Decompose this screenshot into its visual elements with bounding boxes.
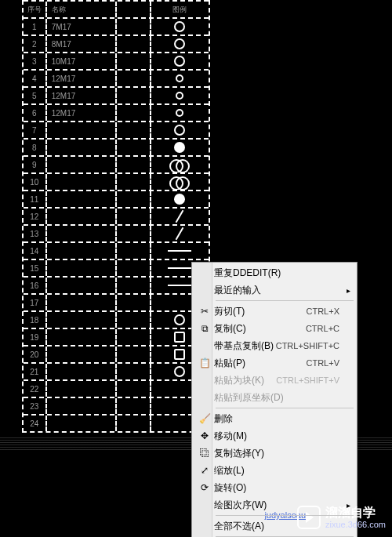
menu-delete[interactable]: 🧹 删除 (194, 410, 355, 427)
legend-symbol-icon (173, 227, 186, 240)
legend-symbol-icon (174, 56, 185, 67)
table-row: 7 (24, 121, 209, 138)
table-row: 28M17 (24, 34, 209, 52)
menu-copy-selection[interactable]: ⿻ 复制选择(Y) (194, 444, 355, 462)
cell-symbol (151, 71, 209, 86)
menu-copy[interactable]: ⧉ 复制(C) CTRL+C (194, 320, 355, 337)
cell-num: 21 (24, 364, 47, 379)
cell-blank (117, 347, 151, 362)
clipboard-icon: 📋 (198, 357, 211, 369)
menu-copy-with-base[interactable]: 带基点复制(B) CTRL+SHIFT+C (194, 337, 355, 354)
cell-name (47, 364, 117, 379)
cell-num: 22 (24, 381, 47, 397)
scale-icon: ⤢ (198, 464, 211, 477)
legend-symbol-icon (168, 267, 191, 269)
table-row: 23 (24, 397, 209, 414)
table-row: 21 (24, 362, 209, 379)
cell-symbol (151, 174, 209, 190)
menu-separator (216, 300, 354, 301)
table-row: 20 (24, 345, 209, 362)
cell-symbol (151, 191, 209, 207)
legend-symbol-icon (168, 285, 191, 286)
move-icon: ✥ (198, 430, 211, 442)
cell-blank (117, 329, 151, 345)
cell-blank (117, 381, 151, 397)
cell-symbol (151, 36, 209, 52)
menu-label: 最近的输入 (214, 284, 339, 297)
legend-symbol-icon (168, 250, 191, 252)
menu-label: 缩放(L) (214, 464, 339, 477)
cell-name: 12M17 (47, 105, 117, 121)
table-row: 612M17 (24, 103, 209, 121)
table-row: 512M17 (24, 86, 209, 103)
menu-move[interactable]: ✥ 移动(M) (194, 427, 355, 444)
menu-repeat[interactable]: 重复DDEDIT(R) (194, 264, 355, 281)
cell-blank (117, 209, 151, 224)
menu-cut[interactable]: ✂ 剪切(T) CTRL+X (194, 303, 355, 320)
table-row: 22 (24, 379, 209, 397)
cell-num: 19 (24, 329, 47, 345)
table-row: 9 (24, 155, 209, 172)
legend-symbol-icon (174, 349, 185, 360)
cell-name (47, 381, 117, 397)
table-row: 15 (24, 259, 209, 276)
context-menu: 重复DDEDIT(R) 最近的输入 ▸ ✂ 剪切(T) CTRL+X ⧉ 复制(… (191, 262, 358, 537)
cell-blank (117, 105, 151, 121)
cell-name (47, 278, 117, 293)
cell-blank (117, 312, 151, 328)
cell-num: 5 (24, 88, 47, 103)
cell-blank (117, 174, 151, 190)
table-row: 17M17 (24, 17, 209, 34)
cell-num: 23 (24, 398, 47, 414)
submenu-arrow-icon: ▸ (347, 501, 350, 510)
menu-rotate[interactable]: ⟳ 旋转(O) (194, 479, 355, 496)
cell-name (47, 157, 117, 172)
cell-name (47, 174, 117, 190)
table-row: 17 (24, 293, 209, 310)
col-num: 序号 (24, 2, 47, 17)
cell-name (47, 191, 117, 207)
menu-label: 绘图次序(W) (214, 499, 339, 512)
cell-name (47, 398, 117, 414)
menu-deselect-all[interactable]: 全部不选(A) (194, 517, 355, 535)
cell-blank (117, 243, 151, 259)
table-row: 18 (24, 310, 209, 328)
cell-symbol (151, 243, 209, 259)
table-header: 序号 名称 图例 (24, 0, 209, 17)
table-row: 16 (24, 276, 209, 293)
table-row: 14 (24, 241, 209, 259)
cell-blank (117, 53, 151, 69)
rotate-icon: ⟳ (198, 481, 211, 494)
table-row: 10 (24, 172, 209, 190)
menu-label: 旋转(O) (214, 481, 339, 495)
cell-blank (117, 19, 151, 34)
cell-name (47, 415, 117, 431)
cell-symbol (151, 157, 209, 172)
menu-separator (216, 408, 354, 408)
cell-blank (117, 398, 151, 414)
cell-num: 1 (24, 19, 47, 34)
menu-paste[interactable]: 📋 粘贴(P) CTRL+V (194, 354, 355, 372)
menu-scale[interactable]: ⤢ 缩放(L) (194, 462, 355, 479)
cell-blank (117, 415, 151, 431)
copy-icon: ⧉ (198, 322, 211, 335)
cad-canvas[interactable]: 序号 名称 图例 17M1728M17310M17412M17512M17612… (0, 0, 392, 537)
menu-label: 重复DDEDIT(R) (214, 267, 339, 280)
cell-blank (117, 140, 151, 155)
table-row: 24 (24, 414, 209, 431)
cell-blank (117, 226, 151, 241)
table-row: 8 (24, 138, 209, 155)
menu-recent-input[interactable]: 最近的输入 ▸ (194, 281, 355, 299)
menu-label: 粘贴(P) (214, 357, 307, 370)
menu-separator (216, 515, 354, 516)
table-row: 11 (24, 190, 209, 207)
table-row: 12 (24, 207, 209, 224)
cell-name: 12M17 (47, 71, 117, 86)
cell-name (47, 122, 117, 138)
table-row: 13 (24, 224, 209, 241)
menu-shortcut: CTRL+X (307, 307, 340, 316)
cell-name (47, 140, 117, 155)
cell-num: 2 (24, 36, 47, 52)
menu-draw-order[interactable]: 绘图次序(W) ▸ (194, 496, 355, 513)
cell-name (47, 226, 117, 241)
